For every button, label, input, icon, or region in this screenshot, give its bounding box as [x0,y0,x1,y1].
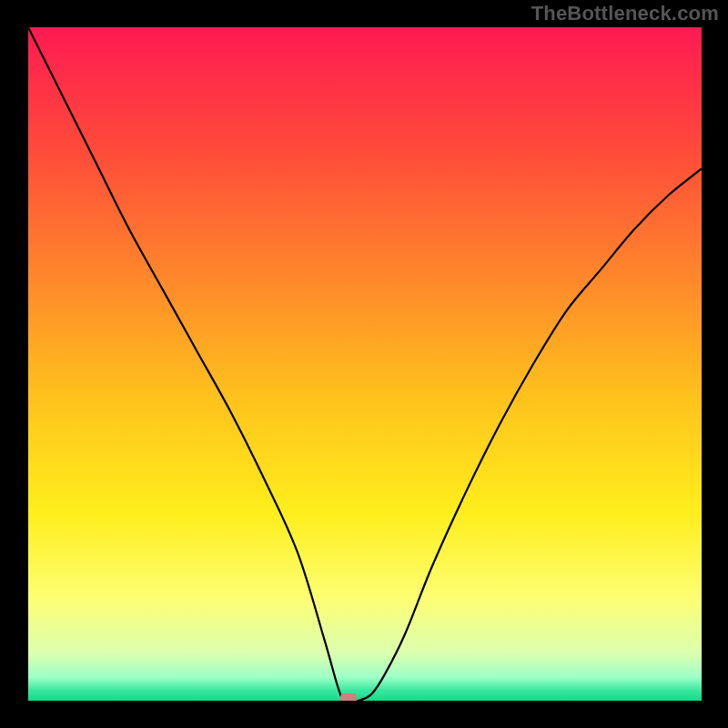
bottleneck-curve [28,27,702,701]
plot-area [28,27,702,701]
watermark: TheBottleneck.com [531,2,719,25]
optimal-point-marker [340,693,357,701]
chart-frame: TheBottleneck.com [0,0,728,728]
